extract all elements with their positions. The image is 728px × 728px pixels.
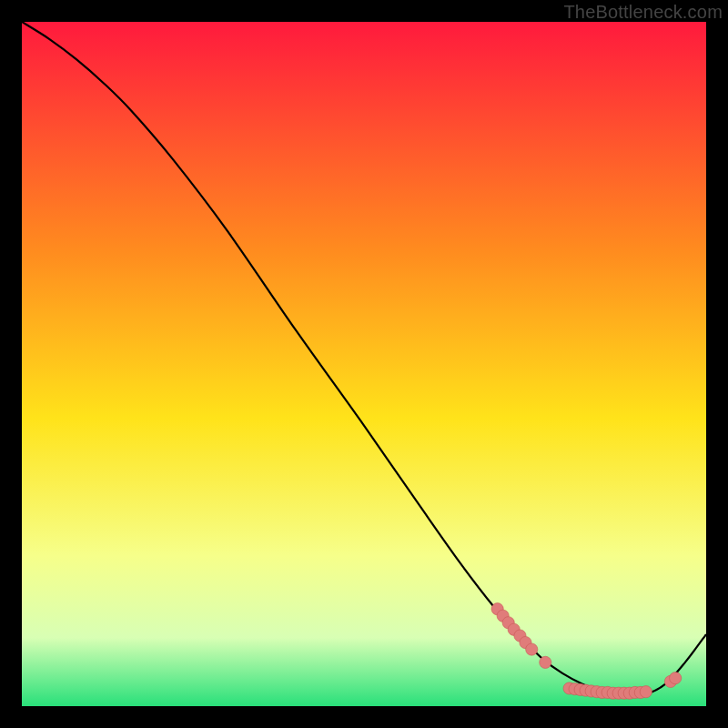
chart-background-gradient (22, 22, 706, 706)
plot-area (22, 22, 706, 706)
watermark-text: TheBottleneck.com (563, 2, 723, 23)
data-marker (670, 672, 682, 684)
chart-stage: TheBottleneck.com (0, 0, 728, 728)
data-marker (526, 643, 538, 655)
data-marker (540, 656, 551, 668)
chart-svg (22, 22, 706, 706)
data-marker (640, 686, 652, 698)
